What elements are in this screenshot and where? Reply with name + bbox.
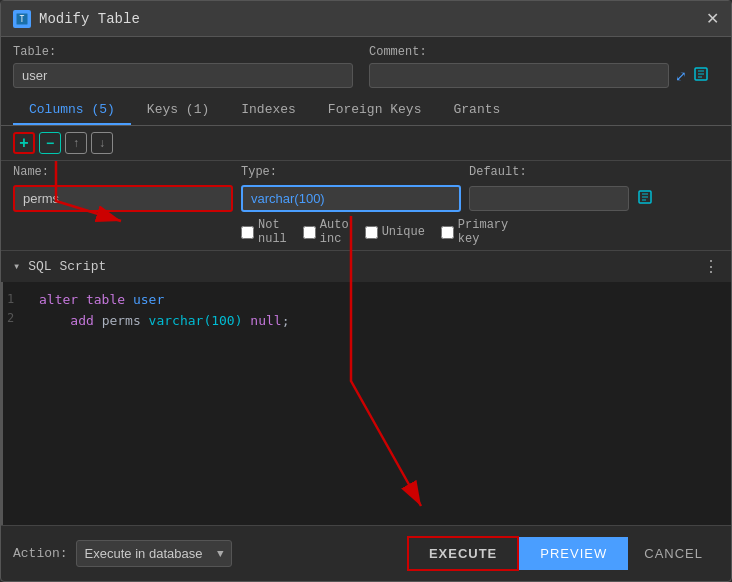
close-button[interactable]: ✕: [706, 9, 719, 28]
tab-keys[interactable]: Keys (1): [131, 96, 225, 125]
table-label: Table:: [13, 45, 353, 59]
column-type-input[interactable]: [241, 185, 461, 212]
action-select[interactable]: Execute in database Preview SQL Copy to …: [76, 540, 232, 567]
unique-checkbox[interactable]: Unique: [365, 225, 425, 239]
comment-group: Comment: ⤢: [369, 45, 709, 88]
dialog-title: Modify Table: [39, 11, 140, 27]
tab-foreign-keys[interactable]: Foreign Keys: [312, 96, 438, 125]
column-default-input[interactable]: [469, 186, 629, 211]
name-header: Name:: [13, 165, 233, 179]
remove-column-button[interactable]: −: [39, 132, 61, 154]
action-buttons: EXECUTE PREVIEW CANCEL: [407, 536, 719, 571]
comment-label: Comment:: [369, 45, 709, 59]
preview-button[interactable]: PREVIEW: [519, 537, 628, 570]
tab-grants[interactable]: Grants: [437, 96, 516, 125]
sql-toggle[interactable]: ▾ SQL Script: [13, 259, 106, 274]
action-group: Action: Execute in database Preview SQL …: [13, 540, 232, 567]
tab-columns[interactable]: Columns (5): [13, 96, 131, 125]
not-null-checkbox[interactable]: Not null: [241, 218, 287, 246]
default-header: Default:: [469, 165, 649, 179]
sql-chevron-icon: ▾: [13, 259, 20, 274]
table-comment-row: Table: Comment: ⤢: [1, 37, 731, 96]
checkboxes-row: Not null Auto inc Unique Primary key: [1, 214, 731, 250]
table-name-group: Table:: [13, 45, 353, 88]
add-column-button[interactable]: +: [13, 132, 35, 154]
expand-comment-button[interactable]: ⤢: [675, 68, 687, 84]
sql-line-1: alter table user: [39, 290, 715, 311]
tabs-bar: Columns (5) Keys (1) Indexes Foreign Key…: [1, 96, 731, 126]
dialog-icon: T: [13, 10, 31, 28]
primary-key-checkbox[interactable]: Primary key: [441, 218, 508, 246]
sql-title: SQL Script: [28, 259, 106, 274]
auto-inc-checkbox[interactable]: Auto inc: [303, 218, 349, 246]
action-label: Action:: [13, 546, 68, 561]
execute-button[interactable]: EXECUTE: [407, 536, 519, 571]
action-select-wrapper: Execute in database Preview SQL Copy to …: [76, 540, 232, 567]
type-header: Type:: [241, 165, 461, 179]
column-row: [1, 183, 731, 214]
modify-table-dialog: T Modify Table ✕ Table: Comment: ⤢: [0, 0, 732, 582]
sql-editor: 1 2 alter table user add perms varchar(1…: [1, 282, 731, 525]
title-bar: T Modify Table ✕: [1, 1, 731, 37]
sql-line-2: add perms varchar(100) null;: [39, 311, 715, 332]
edit-comment-button[interactable]: [693, 66, 709, 86]
sql-section: ▾ SQL Script ⋮ 1 2 alter table user add …: [1, 250, 731, 525]
sql-line-numbers: 1 2: [7, 290, 14, 328]
columns-header: Name: Type: Default:: [1, 161, 731, 183]
comment-row: ⤢: [369, 63, 709, 88]
column-name-input[interactable]: [13, 185, 233, 212]
cancel-button[interactable]: CANCEL: [628, 538, 719, 569]
sql-header: ▾ SQL Script ⋮: [1, 251, 731, 282]
move-up-button[interactable]: ↑: [65, 132, 87, 154]
svg-text:T: T: [20, 15, 25, 24]
column-edit-button[interactable]: [637, 189, 653, 208]
comment-input[interactable]: [369, 63, 669, 88]
dialog-footer: Action: Execute in database Preview SQL …: [1, 525, 731, 581]
columns-toolbar: + − ↑ ↓: [1, 126, 731, 161]
move-down-button[interactable]: ↓: [91, 132, 113, 154]
table-name-input[interactable]: [13, 63, 353, 88]
sql-more-button[interactable]: ⋮: [703, 257, 719, 276]
tab-indexes[interactable]: Indexes: [225, 96, 312, 125]
sql-code: alter table user add perms varchar(100) …: [39, 290, 715, 332]
title-bar-left: T Modify Table: [13, 10, 140, 28]
